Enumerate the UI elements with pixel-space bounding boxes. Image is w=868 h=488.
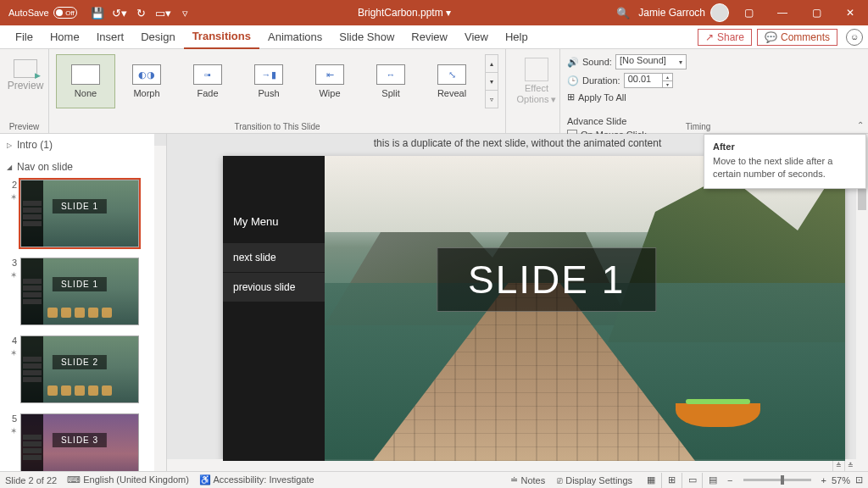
slide[interactable]: My Menu next slide previous slide SLIDE …: [223, 156, 845, 461]
zoom-in-icon[interactable]: +: [821, 475, 826, 485]
autosave-toggle[interactable]: AutoSave Off: [3, 7, 82, 19]
spinner-icon[interactable]: ▴▾: [662, 74, 672, 87]
num: 2: [12, 180, 17, 190]
status-bar: Slide 2 of 22 ⌨ English (United Kingdom)…: [0, 471, 868, 488]
transition-reveal[interactable]: ⤡Reveal: [422, 54, 481, 108]
tab-review[interactable]: Review: [403, 25, 456, 49]
zoom-slider[interactable]: [743, 479, 811, 481]
preview-text: Preview: [8, 80, 44, 92]
group-label-preview: Preview: [7, 120, 42, 131]
dropdown-icon[interactable]: ▾: [676, 55, 686, 69]
next-slide-icon[interactable]: ≛: [844, 459, 856, 471]
duration-label: Duration:: [582, 75, 620, 86]
transition-push[interactable]: →▮Push: [239, 54, 298, 108]
transition-split[interactable]: ↔Split: [361, 54, 420, 108]
tab-file[interactable]: File: [7, 25, 42, 49]
section-label: Nav on slide: [17, 161, 73, 173]
preview-button[interactable]: Preview: [7, 53, 44, 92]
trans-label: Reveal: [437, 88, 466, 98]
tab-slideshow[interactable]: Slide Show: [331, 25, 403, 49]
tab-insert[interactable]: Insert: [88, 25, 133, 49]
user-name[interactable]: Jamie Garroch: [638, 7, 705, 19]
outline-scrollbar[interactable]: [154, 134, 166, 471]
toggle-switch[interactable]: Off: [53, 7, 77, 19]
thumb-num: 5✶: [5, 413, 17, 471]
slide-title[interactable]: SLIDE 1: [437, 247, 656, 312]
save-icon[interactable]: 💾: [87, 3, 108, 23]
trans-label: Split: [381, 88, 399, 98]
prev-slide-icon[interactable]: ≜: [832, 459, 844, 471]
collapse-ribbon-icon[interactable]: ⌃: [853, 49, 868, 133]
split-icon: ↔: [376, 64, 405, 85]
reading-view-icon[interactable]: ▭: [682, 473, 702, 488]
apply-all-label: Apply To All: [578, 92, 626, 103]
thumb-label: SLIDE 3: [53, 433, 107, 447]
ribbon-group-transitions: None ◐◑Morph ▫▪Fade →▮Push ⇤Wipe ↔Split …: [49, 49, 506, 133]
section-nav[interactable]: ◢Nav on slide: [0, 156, 166, 178]
feedback-icon[interactable]: ☺: [846, 29, 863, 46]
tab-view[interactable]: View: [456, 25, 497, 49]
slide-thumbnail[interactable]: SLIDE 3: [20, 413, 139, 471]
sound-input[interactable]: [No Sound]▾: [615, 54, 687, 69]
minimize-icon[interactable]: —: [768, 0, 797, 25]
ribbon-mode-icon[interactable]: ▢: [734, 0, 763, 25]
share-button[interactable]: ↗ Share: [698, 29, 752, 46]
slide-thumbnail[interactable]: SLIDE 1: [20, 258, 139, 325]
trans-label: Morph: [133, 88, 159, 98]
slide-thumbnail[interactable]: SLIDE 1: [20, 180, 139, 247]
qat-more-icon[interactable]: ▿: [175, 3, 196, 23]
btn-hints: [21, 308, 138, 318]
undo-icon[interactable]: ↺▾: [109, 3, 130, 23]
transition-fade[interactable]: ▫▪Fade: [178, 54, 237, 108]
duration-input[interactable]: 00.01▴▾: [624, 73, 673, 88]
apply-all-button[interactable]: ⊞ Apply To All: [567, 92, 846, 103]
normal-view-icon[interactable]: ▦: [641, 473, 661, 488]
display-label: Display Settings: [565, 475, 632, 485]
trans-label: Push: [258, 88, 279, 98]
slide-menu-item[interactable]: previous slide: [223, 273, 325, 302]
lang-status[interactable]: ⌨ English (United Kingdom): [67, 474, 189, 485]
anim-icon: ✶: [10, 192, 17, 202]
slide-menu-title[interactable]: My Menu: [223, 156, 325, 243]
transition-none[interactable]: None: [56, 54, 115, 108]
notes-button[interactable]: ≐ Notes: [507, 474, 548, 485]
document-title[interactable]: BrightCarbon.pptm ▾: [196, 7, 614, 19]
redo-icon[interactable]: ↻: [131, 3, 152, 23]
thumb-num: 4✶: [5, 336, 17, 403]
preview-icon: [14, 59, 37, 78]
slideshow-view-icon[interactable]: ▤: [702, 473, 722, 488]
thumb-row: 2✶ SLIDE 1: [0, 178, 166, 256]
maximize-icon[interactable]: ▢: [802, 0, 831, 25]
tab-home[interactable]: Home: [42, 25, 88, 49]
section-label: Intro (1): [17, 139, 53, 151]
tooltip-title: After: [713, 141, 857, 152]
transition-morph[interactable]: ◐◑Morph: [117, 54, 176, 108]
avatar[interactable]: [710, 3, 729, 22]
section-intro[interactable]: ▷Intro (1): [0, 134, 166, 156]
transition-gallery: None ◐◑Morph ▫▪Fade →▮Push ⇤Wipe ↔Split …: [56, 53, 498, 108]
slide-thumbnail[interactable]: SLIDE 2: [20, 336, 139, 403]
slide-side-menu: My Menu next slide previous slide: [223, 156, 325, 461]
tab-transitions[interactable]: Transitions: [184, 25, 259, 49]
display-settings-button[interactable]: ⎚ Display Settings: [554, 475, 636, 485]
tab-animations[interactable]: Animations: [259, 25, 331, 49]
comments-button[interactable]: 💬 Comments: [757, 29, 837, 46]
accessibility-status[interactable]: ♿ Accessibility: Investigate: [199, 474, 314, 485]
search-icon[interactable]: 🔍: [613, 3, 633, 23]
thumb-side: [21, 414, 43, 471]
tab-help[interactable]: Help: [497, 25, 537, 49]
zoom-value[interactable]: 57%: [832, 475, 850, 485]
tab-design[interactable]: Design: [132, 25, 183, 49]
sorter-view-icon[interactable]: ⊞: [661, 473, 682, 488]
slide-menu-item[interactable]: next slide: [223, 243, 325, 272]
close-icon[interactable]: ✕: [836, 0, 865, 25]
present-icon[interactable]: ▭▾: [153, 3, 174, 23]
fit-view-icon[interactable]: ⊡: [855, 474, 863, 485]
status-slide-pos[interactable]: Slide 2 of 22: [5, 475, 57, 485]
zoom-out-icon[interactable]: −: [727, 475, 732, 485]
thumb-row: 5✶ SLIDE 3: [0, 412, 166, 471]
gallery-more[interactable]: ▴▾▿: [485, 54, 498, 108]
title-bar: AutoSave Off 💾 ↺▾ ↻ ▭▾ ▿ BrightCarbon.pp…: [0, 0, 868, 25]
transition-wipe[interactable]: ⇤Wipe: [300, 54, 359, 108]
thumb-row: 3✶ SLIDE 1: [0, 256, 166, 334]
